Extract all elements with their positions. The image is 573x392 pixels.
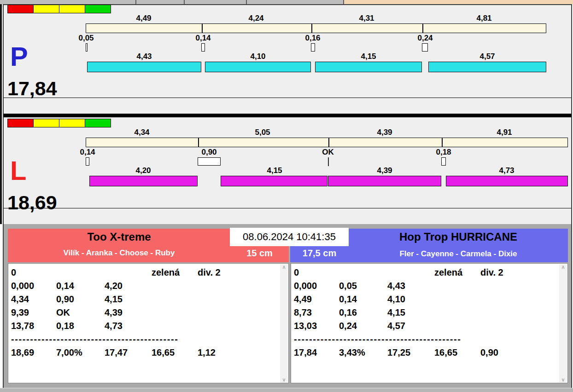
- table-cell: 4,20: [105, 279, 152, 293]
- pass-time-label: 0,16: [305, 34, 320, 42]
- run-time-label: 4,57: [479, 52, 495, 61]
- table-cell: 13,78: [11, 319, 56, 333]
- pass-gap-box: [198, 157, 221, 166]
- split-time-label: 4,81: [476, 14, 491, 23]
- split-divider: [422, 24, 423, 33]
- pass-ok-tick: [328, 157, 329, 166]
- lane-panel-left: L 18,69 4,340,144,205,050,904,154,39OK4,…: [4, 119, 571, 208]
- table-cell: 0,24: [339, 319, 387, 333]
- window-top-strip: [0, 0, 573, 4]
- table-cell: 0,16: [339, 306, 387, 319]
- table-cell: 0,05: [339, 279, 387, 293]
- table-cell: [152, 279, 198, 293]
- table-cell: 1,12: [198, 346, 280, 359]
- table-cell: 4,43: [387, 279, 434, 293]
- run-time-label: 4,73: [499, 167, 514, 175]
- scroll-up-icon[interactable]: ∧: [561, 264, 565, 270]
- table-cell: [480, 306, 559, 319]
- table-cell: [339, 266, 387, 279]
- jump-height: 17,5 cm: [290, 247, 349, 259]
- table-cell: 4,57: [387, 319, 434, 333]
- summary-row: 17,843,43%17,2516,650,90: [294, 346, 559, 359]
- dog-result-row: 0,0000,144,20: [11, 279, 280, 293]
- run-time-label: 4,15: [267, 167, 282, 175]
- results-section: Too X-treme Vilík - Aranka - Choose - Ru…: [4, 224, 571, 388]
- pass-time-label: 0,24: [417, 34, 433, 42]
- dog-result-row: 4,340,904,15: [11, 293, 280, 306]
- results-table-content: 0zelenádiv. 20,0000,054,434,490,144,108,…: [291, 264, 559, 383]
- table-cell: div. 2: [480, 266, 559, 279]
- strip-tick: [343, 0, 344, 4]
- start-light-3: [59, 119, 85, 127]
- split-time-label: 5,05: [255, 128, 270, 137]
- pass-time-label: 0,14: [80, 148, 95, 156]
- team-name: Hop Trop HURRICANE: [349, 230, 568, 244]
- dog-run-bar: [428, 62, 546, 72]
- table-cell: div. 2: [198, 266, 280, 279]
- lane-divider: [4, 114, 571, 117]
- start-light-4: [85, 119, 111, 127]
- jump-height: 15 cm: [230, 247, 289, 259]
- table-cell: 7,00%: [56, 346, 105, 359]
- results-table-left: 0zelenádiv. 20,0000,144,204,340,904,159,…: [8, 263, 289, 383]
- dog-run-bar: [205, 62, 311, 72]
- table-cell: 16,65: [434, 346, 480, 359]
- split-divider: [328, 138, 329, 147]
- status-row: 0zelenádiv. 2: [11, 266, 280, 279]
- scroll-down-icon[interactable]: ∨: [561, 377, 565, 382]
- table-cell: 3,43%: [339, 346, 387, 359]
- table-cell: 17,84: [294, 346, 339, 359]
- table-cell: [434, 279, 480, 293]
- table-cell: [480, 319, 559, 333]
- table-cell: [56, 266, 105, 279]
- start-lights: [8, 119, 111, 127]
- strip-tick: [135, 0, 136, 4]
- split-divider: [202, 24, 203, 33]
- table-cell: [105, 266, 152, 279]
- run-time-label: 4,15: [361, 52, 376, 61]
- table-cell: 4,15: [105, 293, 152, 306]
- split-divider: [442, 138, 443, 147]
- dog-result-row: 0,0000,054,43: [294, 279, 559, 293]
- lane-letter: P: [10, 43, 28, 70]
- table-cell: 0,000: [11, 279, 56, 293]
- table-cell: 0,90: [56, 293, 105, 306]
- table-cell: 8,73: [294, 306, 339, 319]
- table-cell: 0,18: [56, 319, 105, 333]
- start-light-3: [59, 5, 85, 13]
- dog-run-bar: [446, 176, 568, 186]
- table-cell: 9,39: [11, 306, 56, 319]
- dog-result-row: 13,030,244,57: [294, 319, 559, 333]
- table-cell: 0,000: [294, 279, 339, 293]
- pass-gap-box: [441, 157, 446, 166]
- table-cell: [434, 306, 480, 319]
- start-light-4: [85, 5, 111, 13]
- start-light-2: [33, 5, 59, 13]
- flyball-timing-screen: P 17,84 4,490,054,434,240,144,104,310,16…: [0, 0, 573, 392]
- results-table-content: 0zelenádiv. 20,0000,144,204,340,904,159,…: [8, 264, 280, 383]
- split-time-label: 4,91: [497, 128, 512, 137]
- lane-total-time: 18,69: [7, 193, 57, 213]
- pass-time-label: OK: [322, 148, 334, 156]
- table-cell: zelená: [152, 266, 198, 279]
- scroll-down-icon[interactable]: ∨: [282, 377, 286, 382]
- dog-run-bar: [89, 176, 198, 186]
- start-light-1: [7, 119, 34, 127]
- table-cell: [480, 279, 559, 293]
- table-scrollbar[interactable]: ∧ ∨: [280, 264, 288, 382]
- lane-letter: L: [10, 157, 26, 184]
- team-name: Too X-treme: [8, 230, 230, 244]
- lane-panel-right: P 17,84 4,490,054,434,240,144,104,310,16…: [4, 5, 571, 98]
- table-cell: zelená: [434, 266, 480, 279]
- table-cell: 4,49: [294, 293, 339, 306]
- table-cell: [434, 293, 480, 306]
- table-scrollbar[interactable]: ∧ ∨: [559, 264, 567, 382]
- dog-run-bar: [87, 62, 201, 72]
- start-light-2: [33, 119, 59, 127]
- run-time-label: 4,20: [135, 167, 151, 175]
- summary-row: 18,697,00%17,4716,651,12: [11, 346, 280, 359]
- scroll-up-icon[interactable]: ∧: [282, 264, 286, 270]
- split-divider: [198, 138, 199, 147]
- dog-result-row: 9,39OK4,39: [11, 306, 280, 319]
- table-cell: 0,90: [480, 346, 559, 359]
